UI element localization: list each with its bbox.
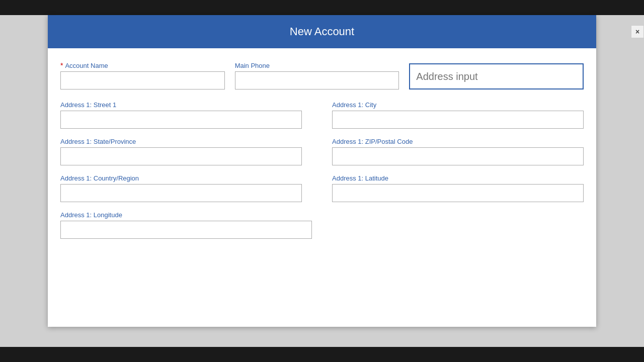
modal-title: New Account	[290, 25, 354, 38]
city-field: Address 1: City	[332, 101, 584, 129]
close-button[interactable]: ×	[631, 25, 644, 38]
zip-input[interactable]	[332, 147, 584, 165]
top-bar	[0, 0, 644, 15]
street1-input[interactable]	[60, 111, 302, 129]
country-field: Address 1: Country/Region	[60, 174, 312, 202]
account-name-field: * Account Name	[60, 61, 235, 89]
state-zip-row: Address 1: State/Province Address 1: ZIP…	[60, 138, 584, 174]
main-phone-field: Main Phone	[235, 62, 410, 89]
bottom-bar	[0, 347, 644, 362]
top-row: * Account Name Main Phone	[60, 58, 584, 99]
modal-header: New Account ×	[48, 15, 596, 48]
country-label: Address 1: Country/Region	[60, 174, 302, 182]
country-input[interactable]	[60, 184, 302, 202]
city-label: Address 1: City	[332, 101, 584, 109]
state-input[interactable]	[60, 147, 302, 165]
country-lat-row: Address 1: Country/Region Address 1: Lat…	[60, 174, 584, 211]
latitude-input[interactable]	[332, 184, 584, 202]
longitude-field: Address 1: Longitude	[60, 211, 312, 239]
state-label: Address 1: State/Province	[60, 138, 302, 145]
account-name-label: Account Name	[65, 62, 108, 69]
latitude-field: Address 1: Latitude	[332, 174, 584, 202]
modal: New Account × * Account Name Main Phone	[48, 15, 596, 327]
longitude-label: Address 1: Longitude	[60, 211, 312, 219]
account-name-input[interactable]	[60, 71, 225, 89]
modal-body: * Account Name Main Phone Address 1: Str…	[48, 48, 596, 263]
address-input-field	[409, 58, 584, 89]
city-input[interactable]	[332, 111, 584, 129]
zip-field: Address 1: ZIP/Postal Code	[332, 138, 584, 165]
latitude-label: Address 1: Latitude	[332, 174, 584, 182]
street-city-row: Address 1: Street 1 Address 1: City	[60, 101, 584, 138]
zip-label: Address 1: ZIP/Postal Code	[332, 138, 584, 145]
street1-label: Address 1: Street 1	[60, 101, 302, 109]
longitude-row: Address 1: Longitude	[60, 211, 584, 248]
address-input[interactable]	[409, 63, 584, 89]
modal-wrapper: New Account × * Account Name Main Phone	[0, 15, 644, 347]
street1-field: Address 1: Street 1	[60, 101, 312, 129]
longitude-input[interactable]	[60, 221, 312, 239]
main-phone-input[interactable]	[235, 71, 399, 89]
required-star: *	[60, 61, 63, 69]
state-field: Address 1: State/Province	[60, 138, 312, 165]
main-phone-label: Main Phone	[235, 62, 399, 69]
